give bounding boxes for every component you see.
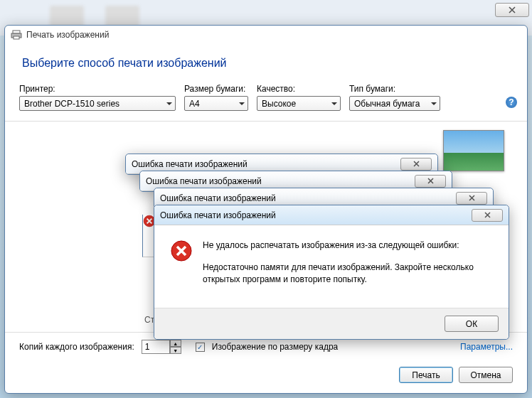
fit-frame-checkbox[interactable]: ✓ xyxy=(196,343,205,352)
error-title: Ошибка печати изображений xyxy=(160,210,472,220)
close-button[interactable] xyxy=(400,158,432,171)
parent-window-close-button[interactable] xyxy=(495,3,529,17)
copies-label: Копий каждого изображения: xyxy=(19,342,134,352)
options-link[interactable]: Параметры... xyxy=(460,342,513,352)
copies-input[interactable] xyxy=(142,340,170,354)
copies-down-button[interactable]: ▼ xyxy=(170,347,181,354)
chevron-down-icon xyxy=(166,102,172,105)
paper-type-dropdown[interactable]: Обычная бумага xyxy=(349,96,440,111)
quality-dropdown[interactable]: Высокое xyxy=(257,96,341,111)
error-title: Ошибка печати изображений xyxy=(160,193,456,203)
printer-value: Brother DCP-1510 series xyxy=(24,99,119,109)
paper-size-label: Размер бумаги: xyxy=(184,84,248,94)
layout-thumbnail[interactable] xyxy=(443,130,504,171)
title-bar: Печать изображений xyxy=(5,26,527,44)
svg-rect-2 xyxy=(14,36,19,39)
paper-size-dropdown[interactable]: A4 xyxy=(184,96,248,111)
printer-icon xyxy=(11,30,22,40)
print-button[interactable]: Печать xyxy=(399,367,453,383)
svg-rect-0 xyxy=(13,31,20,33)
quality-label: Качество: xyxy=(257,84,341,94)
printer-dropdown[interactable]: Brother DCP-1510 series xyxy=(19,96,176,111)
fit-frame-label: Изображение по размеру кадра xyxy=(212,342,338,352)
printer-label: Принтер: xyxy=(19,84,176,94)
error-icon xyxy=(170,240,193,262)
cancel-button[interactable]: Отмена xyxy=(459,367,513,383)
paper-type-value: Обычная бумага xyxy=(354,99,420,109)
error-title: Ошибка печати изображений xyxy=(132,159,400,169)
copies-up-button[interactable]: ▲ xyxy=(170,340,181,347)
paper-type-label: Тип бумаги: xyxy=(349,84,440,94)
chevron-down-icon xyxy=(239,102,245,105)
chevron-down-icon xyxy=(431,102,437,105)
error-title: Ошибка печати изображений xyxy=(146,176,415,186)
close-button[interactable] xyxy=(456,192,487,205)
quality-value: Высокое xyxy=(262,99,296,109)
error-text: Не удалось распечатать изображения из-за… xyxy=(203,240,493,298)
footer-buttons: Печать Отмена xyxy=(5,361,527,393)
error-detail: Недостаточно памяти для печати изображен… xyxy=(203,262,493,286)
error-message: Не удалось распечатать изображения из-за… xyxy=(203,240,493,252)
ok-button[interactable]: ОК xyxy=(445,316,499,332)
chevron-down-icon xyxy=(331,102,337,105)
help-icon[interactable]: ? xyxy=(506,97,517,108)
error-title-bar[interactable]: Ошибка печати изображений xyxy=(154,205,509,225)
error-dialog-active: Ошибка печати изображений Не удалось рас… xyxy=(154,205,509,340)
paper-size-value: A4 xyxy=(189,99,200,109)
header-text: Выберите способ печати изображений xyxy=(5,44,527,84)
close-button[interactable] xyxy=(415,175,446,188)
options-bar: Принтер: Brother DCP-1510 series Размер … xyxy=(5,84,527,114)
window-title: Печать изображений xyxy=(26,30,109,40)
copies-spinner[interactable]: ▲ ▼ xyxy=(142,340,181,354)
close-button[interactable] xyxy=(472,209,503,222)
